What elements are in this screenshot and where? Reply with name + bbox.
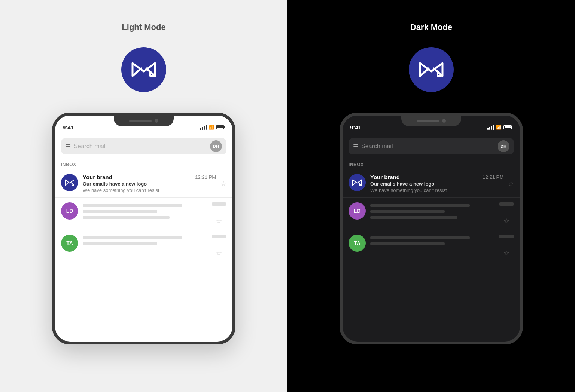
email-item-3-light[interactable]: TA ☆	[55, 230, 232, 262]
email-content-1-dark: Your brand 12:21 PM Our emails have a ne…	[370, 174, 503, 193]
hamburger-icon-dark: ☰	[353, 143, 358, 150]
search-placeholder-dark: Search mail	[361, 143, 495, 150]
star-icon-2-dark[interactable]: ☆	[503, 217, 509, 225]
app-icon-light	[121, 47, 166, 92]
star-icon-1-light[interactable]: ☆	[220, 180, 226, 188]
placeholder-lines-2-light	[83, 202, 207, 219]
battery-icon-light	[216, 125, 225, 129]
avatar-ta-dark: TA	[349, 235, 366, 252]
placeholder-lines-2-dark	[370, 202, 495, 219]
search-bar-light[interactable]: ☰ Search mail DH	[61, 138, 226, 154]
search-bar-dark[interactable]: ☰ Search mail DH	[349, 138, 514, 154]
notch-dot-light	[155, 119, 158, 123]
inbox-label-dark: INBOX	[343, 157, 520, 169]
email-preview-dark: We have something you can't resist	[370, 187, 503, 193]
star-icon-3-dark[interactable]: ☆	[503, 249, 509, 257]
dark-mode-label: Dark Mode	[410, 22, 452, 32]
dark-mode-panel: Dark Mode 9:41 📶	[288, 0, 575, 392]
battery-icon-dark	[503, 125, 512, 129]
placeholder-side-2-dark: ☆	[499, 202, 514, 225]
status-icons-dark: 📶	[487, 125, 512, 130]
phone-mockup-light: 9:41 📶	[52, 113, 235, 344]
wifi-icon-light: 📶	[209, 125, 214, 130]
light-mode-label: Light Mode	[122, 22, 165, 32]
email-avatar-brand-light	[61, 174, 78, 191]
phone-mockup-dark: 9:41 📶	[340, 113, 523, 344]
app-icon-dark	[409, 47, 454, 92]
star-icon-3-light[interactable]: ☆	[216, 249, 222, 257]
notch-light	[114, 116, 174, 126]
star-icon-2-light[interactable]: ☆	[216, 217, 222, 225]
email-sender-light: Your brand	[83, 174, 112, 180]
signal-icon-light	[200, 125, 207, 130]
email-item-2-light[interactable]: LD ☆	[55, 198, 232, 230]
placeholder-side-2-light: ☆	[212, 202, 226, 225]
notch-line-dark	[417, 120, 439, 122]
inbox-label-light: INBOX	[55, 157, 232, 169]
email-content-1-light: Your brand 12:21 PM Our emails have a ne…	[83, 174, 216, 193]
avatar-ld-dark: LD	[349, 202, 366, 220]
signal-icon-dark	[487, 125, 494, 130]
notch-dot-dark	[442, 119, 446, 123]
hamburger-icon-light: ☰	[66, 143, 71, 150]
email-item-2-dark[interactable]: LD ☆	[343, 198, 520, 230]
placeholder-side-3-light: ☆	[212, 235, 226, 257]
wifi-icon-dark: 📶	[496, 125, 502, 130]
email-subject-dark: Our emails have a new logo	[370, 181, 503, 187]
email-time-light: 12:21 PM	[195, 174, 216, 180]
placeholder-lines-3-dark	[370, 235, 495, 245]
status-time-dark: 9:41	[350, 124, 361, 131]
email-time-dark: 12:21 PM	[483, 174, 503, 180]
placeholder-side-3-dark: ☆	[499, 235, 514, 257]
star-icon-1-dark[interactable]: ☆	[508, 180, 514, 188]
email-preview-light: We have something you can't resist	[83, 187, 216, 193]
light-mode-panel: Light Mode 9:41 📶	[0, 0, 288, 392]
user-avatar-dark: DH	[498, 140, 509, 152]
status-icons-light: 📶	[200, 125, 225, 130]
notch-dark	[401, 116, 461, 126]
status-time-light: 9:41	[63, 124, 74, 131]
placeholder-lines-3-light	[83, 235, 207, 245]
notch-line-light	[129, 120, 152, 122]
email-avatar-brand-dark	[349, 174, 366, 191]
avatar-ta-light: TA	[61, 235, 78, 252]
avatar-ld-light: LD	[61, 202, 78, 220]
email-subject-light: Our emails have a new logo	[83, 181, 216, 187]
search-placeholder-light: Search mail	[74, 143, 207, 150]
email-item-1-light[interactable]: Your brand 12:21 PM Our emails have a ne…	[55, 169, 232, 198]
email-item-1-dark[interactable]: Your brand 12:21 PM Our emails have a ne…	[343, 169, 520, 198]
email-sender-dark: Your brand	[370, 174, 400, 180]
user-avatar-light: DH	[210, 140, 222, 152]
email-item-3-dark[interactable]: TA ☆	[343, 230, 520, 262]
